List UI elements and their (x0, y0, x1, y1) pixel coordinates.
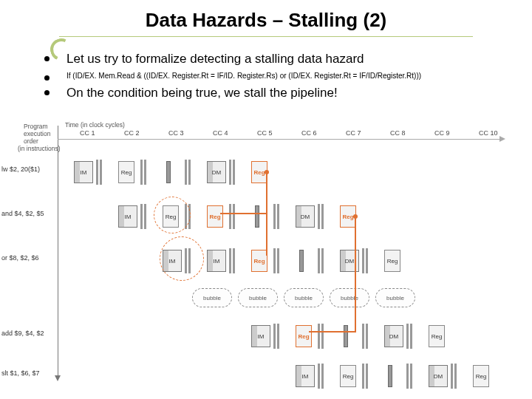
pipe-bars-icon (140, 160, 146, 185)
bubble-4: bubble (330, 288, 369, 307)
stage-reg-hl: Reg (251, 250, 267, 272)
cc-9: CC 9 (434, 129, 450, 137)
bubble-1: bubble (192, 288, 232, 307)
cc-2: CC 2 (124, 129, 140, 137)
stage-reg: Reg (118, 161, 134, 183)
instr-label-4: add $9, $4, $2 (1, 330, 56, 337)
hazard-line-icon (266, 173, 267, 213)
pipe-bars-icon (406, 324, 412, 349)
stall-circle-icon (154, 197, 191, 233)
bullet-3: On the condition being true, we stall th… (44, 86, 532, 100)
stage-reg: Reg (340, 365, 356, 387)
stage-reg: Reg (473, 365, 489, 387)
stage-dm: DM (207, 161, 226, 183)
cc-8: CC 8 (390, 129, 406, 137)
instr-label-2: and $4, $2, $5 (1, 210, 56, 217)
cc-4: CC 4 (213, 129, 228, 137)
cc-7: CC 7 (346, 129, 361, 137)
stage-dm: DM (340, 250, 359, 272)
hazard-line-icon (266, 213, 267, 256)
stage-dm: DM (296, 205, 315, 228)
alu-icon (388, 365, 392, 387)
alu-icon (344, 325, 348, 347)
cc-3: CC 3 (168, 129, 184, 137)
alu-icon (299, 250, 304, 272)
pipe-bars-icon (273, 204, 279, 229)
stage-reg: Reg (384, 250, 400, 272)
pipeline-diagram: Program execution order (in instructions… (22, 126, 525, 392)
alu-icon (166, 161, 171, 183)
bullet-2: If (ID/EX. Mem.Read & ((ID/EX. Register.… (44, 71, 532, 81)
stage-reg-hl: Reg (296, 325, 312, 347)
x-label-time: Time (in clock cycles) (65, 121, 125, 129)
cc-6: CC 6 (301, 129, 317, 137)
bullet-list: Let us try to formalize detecting a stal… (44, 52, 532, 100)
y-label-program: Program (24, 123, 48, 130)
cc-1: CC 1 (80, 129, 95, 137)
y-axis (58, 126, 58, 377)
instr-label-1: lw $2, 20($1) (1, 166, 56, 173)
stage-im: IM (118, 205, 137, 228)
cc-5: CC 5 (257, 129, 273, 137)
title-underline (59, 36, 473, 37)
x-axis (58, 139, 501, 140)
cc-10: CC 10 (479, 129, 498, 137)
stage-reg: Reg (429, 325, 445, 347)
pipe-bars-icon (451, 364, 457, 389)
slide-title: Data Hazards – Stalling (2) (0, 0, 532, 35)
stage-im: IM (207, 250, 226, 272)
pipe-bars-icon (318, 248, 324, 273)
x-axis-arrow-icon (499, 136, 505, 142)
stage-im: IM (74, 161, 93, 183)
bubble-3: bubble (284, 288, 324, 307)
pipe-bars-icon (229, 204, 235, 229)
pipe-bars-icon (318, 324, 324, 349)
bullet-1: Let us try to formalize detecting a stal… (44, 52, 532, 66)
pipe-bars-icon (362, 324, 368, 349)
pipe-bars-icon (362, 364, 368, 389)
instr-label-3: or $8, $2, $6 (1, 254, 56, 262)
pipe-bars-icon (185, 160, 191, 185)
stall-circle-icon (160, 236, 204, 281)
pipe-bars-icon (362, 248, 368, 273)
stage-dm: DM (429, 365, 448, 387)
stage-reg-hl: Reg (207, 205, 223, 228)
pipe-bars-icon (273, 248, 279, 273)
hazard-line-icon (309, 331, 356, 332)
pipe-bars-icon (318, 364, 324, 389)
pipe-bars-icon (96, 160, 102, 185)
instr-label-5: slt $1, $6, $7 (1, 369, 56, 377)
pipe-bars-icon (406, 364, 412, 389)
y-label-instr: (in instructions) (18, 145, 61, 152)
pipe-bars-icon (318, 204, 324, 229)
y-label-execution: execution (24, 130, 50, 137)
bubble-5: bubble (375, 288, 415, 307)
hazard-line-icon (355, 217, 356, 331)
bubble-2: bubble (238, 288, 278, 307)
stage-dm: DM (384, 325, 403, 347)
pipe-bars-icon (273, 324, 279, 349)
hazard-line-icon (220, 213, 267, 214)
pipe-bars-icon (140, 204, 146, 229)
stage-im: IM (296, 365, 315, 387)
pipe-bars-icon (229, 248, 235, 273)
stage-im: IM (251, 325, 270, 347)
alu-icon (255, 205, 259, 228)
y-label-order: order (24, 137, 38, 145)
pipe-bars-icon (229, 160, 235, 185)
